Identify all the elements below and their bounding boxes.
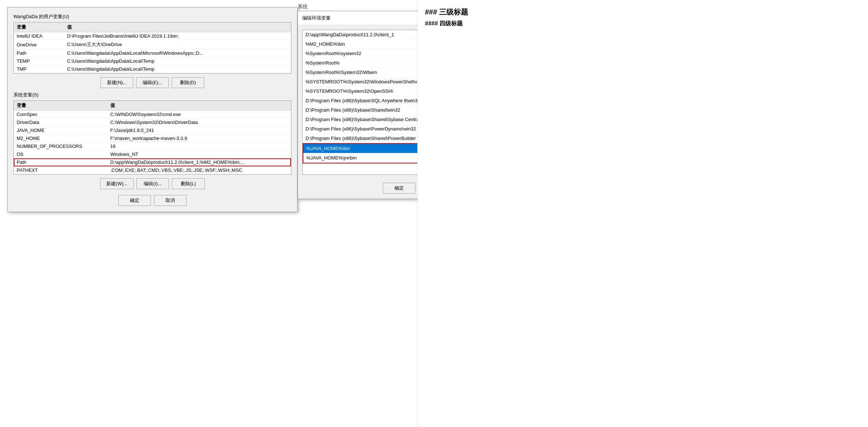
markdown-h3: ### 三级标题 [425, 7, 861, 17]
sys-var-value: D:\app\WangDaDa\product\11.2.0\client_1;… [107, 158, 291, 166]
user-var-name: OneDrive [14, 40, 64, 49]
sys-table-row[interactable]: DriverDataC:\Windows\System32\Drivers\Dr… [14, 119, 291, 127]
edit-dialog-title: 编辑环境变量 [302, 15, 331, 21]
user-table-col-var: 变量 [14, 22, 64, 32]
user-btn-row: 新建(N)... 编辑(E)... 删除(D) [13, 77, 291, 88]
sys-table-row[interactable]: M2_HOMEF:\maven_work\apache-maven-3.3.9 [14, 134, 291, 142]
sys-table-row[interactable]: JAVA_HOMEF:\Java\jdk1.8.0_241 [14, 127, 291, 134]
sys-var-name: NUMBER_OF_PROCESSORS [14, 142, 107, 150]
sys-var-name: PATHEXT [14, 166, 107, 174]
user-vars-table: 变量 值 IntelliJ IDEAD:\Program Files\JetBr… [14, 22, 291, 73]
user-var-name: TEMP [14, 57, 64, 65]
sys-table-col-var: 变量 [14, 101, 107, 111]
user-table-row[interactable]: IntelliJ IDEAD:\Program Files\JetBrains\… [14, 32, 291, 40]
sys-table-row[interactable]: OSWindows_NT [14, 150, 291, 158]
env-confirm-button[interactable]: 确定 [118, 195, 151, 206]
user-var-name: TMP [14, 65, 64, 73]
user-var-value: C:\Users\Wangdada\AppData\Local\Temp [64, 57, 291, 65]
sys-var-value: C:\WINDOWS\system32\cmd.exe [107, 111, 291, 119]
env-cancel-button[interactable]: 取消 [154, 195, 187, 206]
user-var-value: D:\Program Files\JetBrains\IntelliJ IDEA… [64, 32, 291, 40]
user-table-row[interactable]: TMPC:\Users\Wangdada\AppData\Local\Temp [14, 65, 291, 73]
sys-var-value: 16 [107, 142, 291, 150]
sys-table-row[interactable]: PathD:\app\WangDaDa\product\11.2.0\clien… [14, 158, 291, 166]
user-delete-button[interactable]: 删除(D) [172, 77, 204, 88]
sys-vars-table: 变量 值 ComSpecC:\WINDOWS\system32\cmd.exeD… [14, 101, 291, 174]
sys-var-name: ComSpec [14, 111, 107, 119]
sys-new-button[interactable]: 新建(W)... [100, 178, 134, 189]
user-table-row[interactable]: OneDriveC:\Users\王大大\OneDrive [14, 40, 291, 49]
sys-var-value: Windows_NT [107, 150, 291, 158]
env-dialog-body: WangDaDa 的用户变量(U) 变量 值 IntelliJ IDEAD:\P… [8, 8, 297, 212]
user-vars-table-container: 变量 值 IntelliJ IDEAD:\Program Files\JetBr… [13, 22, 291, 74]
sys-var-name: DriverData [14, 119, 107, 127]
sys-edit-button[interactable]: 编辑(I)... [136, 178, 169, 189]
user-var-value: C:\Users\王大大\OneDrive [64, 40, 291, 49]
user-table-col-val: 值 [64, 22, 291, 32]
sys-var-name: Path [14, 158, 107, 166]
markdown-h4: #### 四级标题 [425, 20, 861, 28]
sys-table-row[interactable]: ComSpecC:\WINDOWS\system32\cmd.exe [14, 111, 291, 119]
sys-vars-table-container: 变量 值 ComSpecC:\WINDOWS\system32\cmd.exeD… [13, 100, 291, 175]
sys-section-header: 系统变量(S) [13, 92, 291, 98]
user-table-row[interactable]: PathC:\Users\Wangdada\AppData\Local\Micr… [14, 49, 291, 57]
sys-var-name: JAVA_HOME [14, 127, 107, 134]
user-edit-button[interactable]: 编辑(E)... [136, 77, 169, 88]
user-section-header: WangDaDa 的用户变量(U) [13, 13, 291, 20]
system-label: 系统 [298, 4, 308, 10]
sys-var-name: M2_HOME [14, 134, 107, 142]
sys-var-value: F:\Java\jdk1.8.0_241 [107, 127, 291, 134]
env-confirm-row: 确定 取消 [13, 195, 291, 206]
sys-var-value: F:\maven_work\apache-maven-3.3.9 [107, 134, 291, 142]
edit-confirm-button[interactable]: 确定 [383, 183, 415, 194]
sys-btn-row: 新建(W)... 编辑(I)... 删除(L) [13, 178, 291, 189]
sys-delete-button[interactable]: 删除(L) [172, 178, 205, 189]
sys-table-row[interactable]: PATHEXT.COM;.EXE;.BAT;.CMD;.VBS;.VBE;.JS… [14, 166, 291, 174]
user-var-name: Path [14, 49, 64, 57]
user-var-value: C:\Users\Wangdada\AppData\Local\Temp [64, 65, 291, 73]
right-panel: ### 三级标题 #### 四级标题 [417, 0, 868, 427]
user-var-name: IntelliJ IDEA [14, 32, 64, 40]
sys-var-name: OS [14, 150, 107, 158]
user-var-value: C:\Users\Wangdada\AppData\Local\Microsof… [64, 49, 291, 57]
sys-var-value: C:\Windows\System32\Drivers\DriverData [107, 119, 291, 127]
env-variables-dialog: WangDaDa 的用户变量(U) 变量 值 IntelliJ IDEAD:\P… [7, 7, 298, 212]
sys-var-value: .COM;.EXE;.BAT;.CMD;.VBS;.VBE;.JS;.JSE;.… [107, 166, 291, 174]
user-table-row[interactable]: TEMPC:\Users\Wangdada\AppData\Local\Temp [14, 57, 291, 65]
user-new-button[interactable]: 新建(N)... [101, 77, 133, 88]
sys-table-row[interactable]: NUMBER_OF_PROCESSORS16 [14, 142, 291, 150]
sys-table-col-val: 值 [107, 101, 291, 111]
